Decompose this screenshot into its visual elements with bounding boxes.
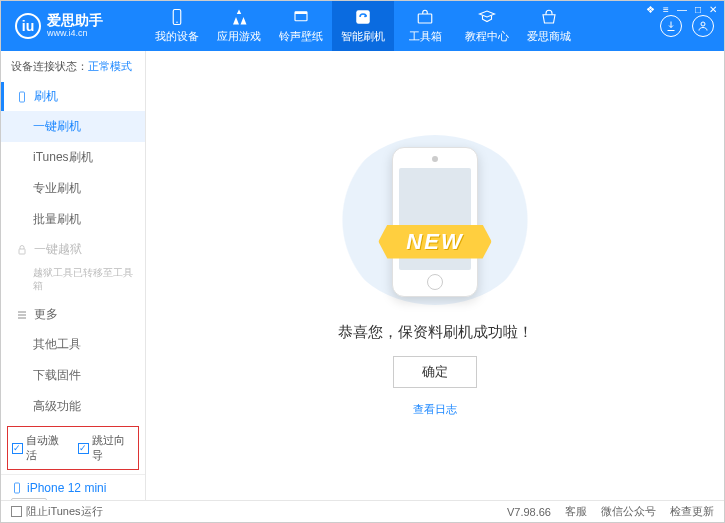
jailbreak-note: 越狱工具已转移至工具箱 bbox=[1, 264, 145, 300]
sidebar-item-other-tools[interactable]: 其他工具 bbox=[1, 329, 145, 360]
nav-store[interactable]: 爱思商城 bbox=[518, 1, 580, 51]
ok-button[interactable]: 确定 bbox=[393, 356, 477, 388]
window-controls: ❖ ≡ — □ ✕ bbox=[646, 4, 717, 15]
phone-icon bbox=[16, 91, 28, 103]
phone-icon bbox=[11, 482, 23, 494]
device-info[interactable]: iPhone 12 mini 64GB Down-12mini-13,1 bbox=[1, 474, 145, 500]
sidebar-group-more[interactable]: 更多 bbox=[1, 300, 145, 329]
option-checkboxes: ✓自动激活 ✓跳过向导 bbox=[7, 426, 139, 470]
device-name-label: iPhone 12 mini bbox=[27, 481, 106, 495]
view-log-link[interactable]: 查看日志 bbox=[413, 402, 457, 417]
device-capacity: 64GB bbox=[11, 498, 47, 500]
nav-tabs: 我的设备 应用游戏 铃声壁纸 智能刷机 工具箱 教程中心 爱思商城 bbox=[146, 1, 660, 51]
svg-rect-8 bbox=[19, 249, 25, 254]
svg-rect-7 bbox=[20, 92, 25, 102]
svg-point-1 bbox=[176, 22, 178, 24]
skin-icon[interactable]: ❖ bbox=[646, 4, 655, 15]
download-button[interactable] bbox=[660, 15, 682, 37]
toolbox-icon bbox=[416, 8, 434, 26]
version-label: V7.98.66 bbox=[507, 506, 551, 518]
sidebar-item-advanced[interactable]: 高级功能 bbox=[1, 391, 145, 422]
sidebar-group-flash[interactable]: 刷机 bbox=[1, 82, 145, 111]
app-name: 爱思助手 bbox=[47, 13, 103, 28]
sidebar-item-batch-flash[interactable]: 批量刷机 bbox=[1, 204, 145, 235]
checkbox-block-itunes[interactable]: 阻止iTunes运行 bbox=[11, 504, 103, 519]
app-url: www.i4.cn bbox=[47, 29, 103, 39]
device-icon bbox=[168, 8, 186, 26]
account-button[interactable] bbox=[692, 15, 714, 37]
nav-my-device[interactable]: 我的设备 bbox=[146, 1, 208, 51]
customer-service-link[interactable]: 客服 bbox=[565, 504, 587, 519]
sidebar: 设备连接状态：正常模式 刷机 一键刷机 iTunes刷机 专业刷机 批量刷机 一… bbox=[1, 51, 146, 500]
sidebar-item-download-firmware[interactable]: 下载固件 bbox=[1, 360, 145, 391]
menu-icon[interactable]: ≡ bbox=[663, 4, 669, 15]
svg-rect-9 bbox=[15, 483, 20, 493]
svg-rect-4 bbox=[356, 10, 370, 24]
connection-status: 设备连接状态：正常模式 bbox=[1, 51, 145, 82]
sidebar-item-itunes-flash[interactable]: iTunes刷机 bbox=[1, 142, 145, 173]
apps-icon bbox=[230, 8, 248, 26]
logo-area: iu 爱思助手 www.i4.cn bbox=[1, 13, 146, 39]
sidebar-item-pro-flash[interactable]: 专业刷机 bbox=[1, 173, 145, 204]
nav-ringtones[interactable]: 铃声壁纸 bbox=[270, 1, 332, 51]
checkbox-skip-wizard[interactable]: ✓跳过向导 bbox=[78, 433, 134, 463]
nav-smart-flash[interactable]: 智能刷机 bbox=[332, 1, 394, 51]
ringtone-icon bbox=[292, 8, 310, 26]
nav-apps-games[interactable]: 应用游戏 bbox=[208, 1, 270, 51]
minimize-icon[interactable]: — bbox=[677, 4, 687, 15]
close-icon[interactable]: ✕ bbox=[709, 4, 717, 15]
check-update-link[interactable]: 检查更新 bbox=[670, 504, 714, 519]
tutorial-icon bbox=[478, 8, 496, 26]
checkbox-auto-activate[interactable]: ✓自动激活 bbox=[12, 433, 68, 463]
flash-icon bbox=[354, 8, 372, 26]
sidebar-group-jailbreak: 一键越狱 bbox=[1, 235, 145, 264]
new-ribbon: NEW bbox=[378, 225, 491, 259]
success-message: 恭喜您，保资料刷机成功啦！ bbox=[338, 323, 533, 342]
logo-icon: iu bbox=[15, 13, 41, 39]
svg-point-6 bbox=[701, 22, 705, 26]
lock-icon bbox=[16, 244, 28, 256]
main-content: NEW 恭喜您，保资料刷机成功啦！ 确定 查看日志 bbox=[146, 51, 724, 500]
success-illustration: NEW bbox=[335, 135, 535, 305]
nav-tutorials[interactable]: 教程中心 bbox=[456, 1, 518, 51]
wechat-link[interactable]: 微信公众号 bbox=[601, 504, 656, 519]
store-icon bbox=[540, 8, 558, 26]
list-icon bbox=[16, 309, 28, 321]
maximize-icon[interactable]: □ bbox=[695, 4, 701, 15]
svg-rect-5 bbox=[418, 14, 432, 23]
title-bar: iu 爱思助手 www.i4.cn 我的设备 应用游戏 铃声壁纸 智能刷机 工具… bbox=[1, 1, 724, 51]
nav-toolbox[interactable]: 工具箱 bbox=[394, 1, 456, 51]
svg-rect-3 bbox=[295, 12, 307, 14]
sidebar-item-oneclick-flash[interactable]: 一键刷机 bbox=[1, 111, 145, 142]
status-bar: 阻止iTunes运行 V7.98.66 客服 微信公众号 检查更新 bbox=[1, 500, 724, 522]
